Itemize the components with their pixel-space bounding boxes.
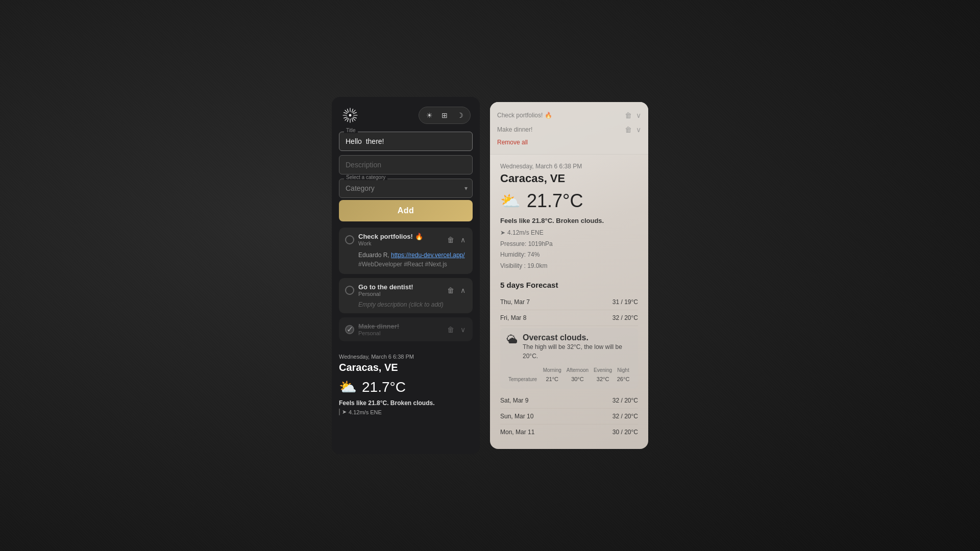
todo-category-3: Personal xyxy=(358,330,399,336)
todo-title-1: Check portfolios! 🔥 xyxy=(358,233,423,240)
todo-item-2-header: Go to the dentist! Personal 🗑 ∧ xyxy=(345,283,467,297)
forecast-day-fri: Fri, Mar 8 xyxy=(500,314,612,321)
overlay-item-1: Check portfolios! 🔥 🗑 ∨ xyxy=(497,108,641,122)
col-evening: Evening xyxy=(591,366,615,374)
wind-icon-left: ➤ xyxy=(342,409,347,415)
forecast-day-sun: Sun, Mar 10 xyxy=(500,413,612,420)
moon-theme-btn[interactable]: ☽ xyxy=(454,109,466,121)
weather-datetime-right: Wednesday, March 6 6:38 PM xyxy=(500,163,638,170)
overlay-item-2-title: Make dinner! xyxy=(497,126,625,133)
cloud-icon-right: ⛅ xyxy=(500,191,521,211)
pressure-detail: Pressure: 1019hPa xyxy=(500,239,638,250)
collapse-todo-3-button[interactable]: ∨ xyxy=(459,324,467,335)
todo-item-1: Check portfolios! 🔥 Work 🗑 ∧ Eduardo R, … xyxy=(339,228,473,274)
weather-details-right: ➤ 4.12m/s ENE Pressure: 1019hPa Humidity… xyxy=(500,228,638,271)
svg-line-4 xyxy=(345,110,348,113)
add-todo-button[interactable]: Add xyxy=(339,200,473,221)
overlay-expand-1-button[interactable]: ∨ xyxy=(636,111,641,119)
delete-todo-2-button[interactable]: 🗑 xyxy=(446,285,455,295)
weather-wind-left: ➤ 4.12m/s ENE xyxy=(339,409,473,415)
todo-category-1: Work xyxy=(358,240,423,246)
col-afternoon: Afternoon xyxy=(564,366,591,374)
collapse-todo-1-button[interactable]: ∧ xyxy=(459,235,467,245)
right-panel: Check portfolios! 🔥 🗑 ∨ Make dinner! 🗑 ∨… xyxy=(490,102,648,449)
weather-feels-left: Feels like 21.8°C. Broken clouds. xyxy=(339,399,473,407)
weather-right: Wednesday, March 6 6:38 PM Caracas, VE ⛅… xyxy=(490,155,648,281)
forecast-temp-thu: 31 / 19°C xyxy=(612,298,638,306)
weather-city-right: Caracas, VE xyxy=(500,172,638,185)
theme-controls: ☀ ⊞ ☽ xyxy=(419,107,471,124)
forecast-row-thu[interactable]: Thu, Mar 7 31 / 19°C xyxy=(500,294,638,310)
svg-line-14 xyxy=(347,118,348,122)
forecast-day-sat: Sat, Mar 9 xyxy=(500,397,612,404)
overlay-item-2: Make dinner! 🗑 ∨ xyxy=(497,122,641,137)
col-label xyxy=(506,366,541,374)
description-input[interactable] xyxy=(339,155,473,174)
svg-line-7 xyxy=(345,118,348,121)
forecast-row-mon[interactable]: Mon, Mar 11 30 / 20°C xyxy=(500,424,638,440)
todo-title-2: Go to the dentist! xyxy=(358,283,413,291)
weather-city-left: Caracas, VE xyxy=(339,362,473,373)
forecast-row-fri[interactable]: Fri, Mar 8 32 / 20°C xyxy=(500,310,638,326)
forecast-expanded-fri: 🌥 Overcast clouds. The high will be 32°C… xyxy=(500,328,638,389)
todo-item-3-header: ✓ Make dinner! Personal 🗑 ∨ xyxy=(345,322,467,336)
temp-night: 26°C xyxy=(615,374,632,384)
collapse-todo-2-button[interactable]: ∧ xyxy=(459,285,467,295)
todo-category-2: Personal xyxy=(358,291,413,297)
forecast-temp-mon: 30 / 20°C xyxy=(612,429,638,436)
forecast-section: 5 days Forecast Thu, Mar 7 31 / 19°C Fri… xyxy=(490,281,648,448)
overlay-expand-2-button[interactable]: ∨ xyxy=(636,126,641,134)
description-field-wrapper xyxy=(339,155,473,174)
overlay-delete-1-button[interactable]: 🗑 xyxy=(625,111,632,119)
todo-item-3: ✓ Make dinner! Personal 🗑 ∨ xyxy=(339,317,473,341)
temp-row-label: Temperature xyxy=(506,374,541,384)
delete-todo-3-button[interactable]: 🗑 xyxy=(446,324,455,335)
todo-item-2: Go to the dentist! Personal 🗑 ∧ Empty de… xyxy=(339,278,473,313)
expanded-desc-text: The high will be 32°C, the low will be 2… xyxy=(523,342,632,361)
humidity-detail: Humidity: 74% xyxy=(500,249,638,261)
empty-description-2[interactable]: Empty description (click to add) xyxy=(345,301,467,308)
sun-theme-btn[interactable]: ☀ xyxy=(423,109,435,121)
temp-morning: 21°C xyxy=(541,374,564,384)
app-logo xyxy=(341,106,359,124)
weather-feels-right: Feels like 21.8°C. Broken clouds. xyxy=(500,217,638,224)
todo-checkbox-2[interactable] xyxy=(345,286,354,295)
svg-line-8 xyxy=(347,109,348,112)
col-morning: Morning xyxy=(541,366,564,374)
svg-line-12 xyxy=(344,112,347,113)
overlay-item-1-title: Check portfolios! 🔥 xyxy=(497,112,625,119)
svg-line-6 xyxy=(353,110,356,113)
svg-line-10 xyxy=(344,117,347,118)
svg-line-13 xyxy=(353,117,357,118)
grid-theme-btn[interactable]: ⊞ xyxy=(438,109,451,121)
todo-form: Title Select a category Category Work Pe… xyxy=(332,132,480,198)
forecast-table: Morning Afternoon Evening Night Temperat… xyxy=(506,366,632,384)
forecast-title: 5 days Forecast xyxy=(500,281,638,289)
forecast-row-sat[interactable]: Sat, Mar 9 32 / 20°C xyxy=(500,393,638,409)
remove-all-button[interactable]: Remove all xyxy=(497,137,528,150)
category-label: Select a category xyxy=(344,174,387,180)
todo-checkbox-1[interactable] xyxy=(345,235,354,244)
forecast-day-thu: Thu, Mar 7 xyxy=(500,298,612,306)
todo-checkbox-3[interactable]: ✓ xyxy=(345,325,354,334)
category-select[interactable]: Category Work Personal xyxy=(339,179,473,198)
temp-afternoon: 30°C xyxy=(564,374,591,384)
weather-datetime-left: Wednesday, March 6 6:38 PM xyxy=(339,354,473,360)
forecast-row-sun[interactable]: Sun, Mar 10 32 / 20°C xyxy=(500,409,638,424)
overlay-todo-list: Check portfolios! 🔥 🗑 ∨ Make dinner! 🗑 ∨… xyxy=(490,102,648,155)
col-night: Night xyxy=(615,366,632,374)
title-input[interactable] xyxy=(339,132,473,151)
delete-todo-1-button[interactable]: 🗑 xyxy=(446,235,455,245)
cloud-icon-expanded: 🌥 xyxy=(506,333,518,346)
todo-list: Check portfolios! 🔥 Work 🗑 ∧ Eduardo R, … xyxy=(332,228,480,345)
category-field-wrapper: Select a category Category Work Personal… xyxy=(339,179,473,198)
svg-line-9 xyxy=(352,118,353,122)
todo-link-1[interactable]: https://redu-dev.vercel.app/ xyxy=(391,252,465,259)
todo-body-1: Eduardo R, https://redu-dev.vercel.app/ … xyxy=(345,251,467,269)
title-label: Title xyxy=(344,128,358,133)
overlay-delete-2-button[interactable]: 🗑 xyxy=(625,126,632,134)
weather-temp-right: 21.7°C xyxy=(527,190,583,212)
weather-left: Wednesday, March 6 6:38 PM Caracas, VE ⛅… xyxy=(332,345,480,415)
wind-detail: ➤ 4.12m/s ENE xyxy=(500,228,638,239)
todo-title-3: Make dinner! xyxy=(358,322,399,330)
